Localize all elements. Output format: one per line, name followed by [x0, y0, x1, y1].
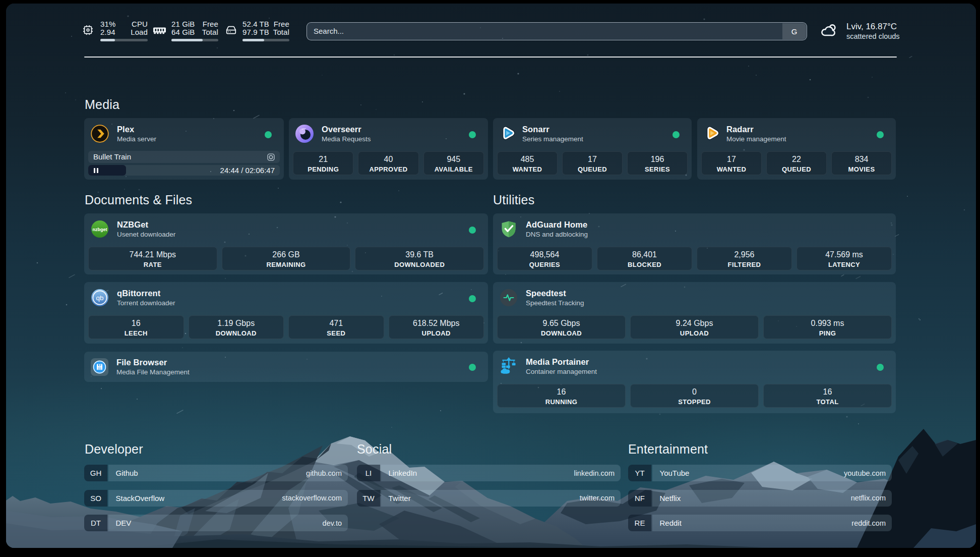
- svg-text:nzbget: nzbget: [93, 227, 107, 232]
- svg-text:qb: qb: [96, 294, 103, 302]
